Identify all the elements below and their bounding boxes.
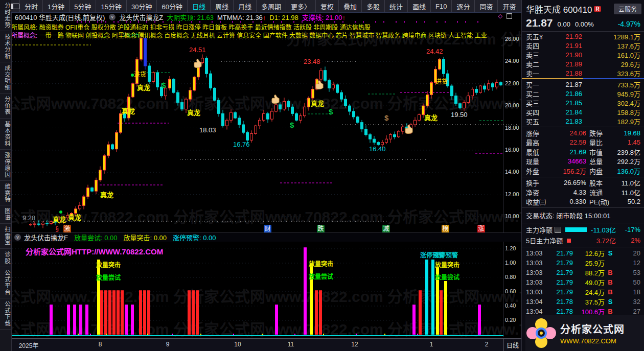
order-book: 卖五¥21.921289.1万卖四21.91137.6万卖三21.90161.0… <box>522 32 644 126</box>
ask-price: 21.90 <box>550 51 582 59</box>
sidebar-item-5[interactable]: 涨停原因 <box>0 150 11 181</box>
sidebar-item-8[interactable]: 扫雷宝 <box>0 224 11 249</box>
ask-row[interactable]: 卖二21.8929.6万 <box>522 59 644 68</box>
maximize-icon[interactable] <box>507 13 512 19</box>
subchart-header[interactable]: v 龙头伏击擒龙F 放量尝试: 0.00放量突击: 0.00涨停预警: 0.00 <box>11 232 521 242</box>
ask-price: 21.89 <box>550 60 582 68</box>
indicator-values: 大阴实顶: 21.63MTMMA: 21.36↑D1: 21.98支撑线: 21… <box>163 12 346 22</box>
ask-row[interactable]: 卖一21.88323.6万 <box>522 68 644 78</box>
stat-label: 换手 <box>526 178 553 188</box>
bid-row[interactable]: 买五21.83182.9万 <box>522 116 644 126</box>
toolbar-item-11[interactable]: 复权 <box>316 0 339 12</box>
toolbar-item-10[interactable]: 更多〉 <box>286 0 316 12</box>
bid-row[interactable]: 买二21.86945.9万 <box>522 89 644 98</box>
tick-row[interactable]: 13:0321.7924.4万B18 <box>522 287 644 297</box>
cyan-bar-swatch <box>565 227 587 232</box>
info-field-2: D1: 21.98 <box>269 14 298 21</box>
toolbar-item-16[interactable]: F10 <box>431 0 452 12</box>
five-day-net-row[interactable]: 5日主力净额 3.72亿 2% <box>522 235 644 246</box>
subchart-values: 放量尝试: 0.00放量突击: 0.00涨停预警: 0.00 <box>68 232 216 242</box>
toolbar-item-18[interactable]: 同资 <box>475 0 498 12</box>
sidebar-item-7[interactable]: 图谱 <box>0 205 11 224</box>
toolbar-item-3[interactable]: 15分钟 <box>96 0 126 12</box>
toolbar-item-17[interactable]: 逐分 <box>452 0 475 12</box>
toolbar-item-9[interactable]: 多周期 <box>257 0 286 12</box>
ask-label: 卖五¥ <box>526 32 550 41</box>
left-sidebar: 分时走势技术分析成交明细分价表基本资料涨停原因维赛特图谱扫雷宝诊股公式平台公式下… <box>0 0 12 351</box>
diamond-icon[interactable]: ◇ <box>498 13 502 19</box>
sidebar-item-2[interactable]: 成交明细 <box>0 62 11 93</box>
ask-row[interactable]: 卖四21.91137.6万 <box>522 41 644 50</box>
toolbar-item-8[interactable]: 月线 <box>234 0 257 12</box>
subchart-field-1: 放量突击: 0.00 <box>123 234 167 242</box>
cloud-service-button[interactable]: 云服务 <box>614 4 641 14</box>
toolbar-item-14[interactable]: 统计 <box>385 0 408 12</box>
window-layout-icon[interactable] <box>11 0 20 12</box>
stats-row: 最高22.59量比1.45 <box>522 138 644 148</box>
ask-price: 21.92 <box>550 33 582 40</box>
toolbar-item-0[interactable]: 分时 <box>20 0 43 12</box>
tick-row[interactable]: 13:0321.7925.9万12 <box>522 258 644 268</box>
tick-count: 12 <box>616 259 640 267</box>
chevron-down-icon[interactable]: v <box>109 14 116 20</box>
stats-row: 最低21.69市值239.8亿 <box>522 147 644 157</box>
toolbar-item-4[interactable]: 30分钟 <box>127 0 157 12</box>
toolbar-item-6[interactable]: 日线 <box>188 0 211 12</box>
stat-value: 34663 <box>553 157 586 165</box>
ask-row[interactable]: 卖三21.90161.0万 <box>522 50 644 59</box>
stat-label: 股本 <box>589 178 616 188</box>
bid-label: 买四 <box>526 107 550 117</box>
tick-row[interactable]: 13:0321.7912.6万S20 <box>522 248 644 258</box>
tick-count: 50 <box>616 278 640 286</box>
sidebar-item-11[interactable]: 公式下载 <box>0 298 11 330</box>
bid-row[interactable]: 买三21.85302.4万 <box>522 98 644 107</box>
main-net-row[interactable]: 主力净额 -11.03亿 -17% <box>522 224 644 235</box>
date-axis[interactable]: 日线 2025年8910111212 <box>11 338 521 351</box>
stat-value: 1.45 <box>616 138 640 146</box>
concept-tags: 一带一路 物联网 创投概念 阿里概念 腾讯概念 百度概念 无线耳机 云计算 信息… <box>39 32 487 38</box>
stat-label: 收益㈢ <box>526 197 553 206</box>
toolbar-item-5[interactable]: 60分钟 <box>157 0 187 12</box>
bid-row[interactable]: 买一21.87733.5万 <box>522 80 644 89</box>
tick-price: 21.79 <box>547 259 573 267</box>
tick-row[interactable]: 13:0421.7837.5万S32 <box>522 297 644 307</box>
sidebar-item-4[interactable]: 基本资料 <box>0 119 11 150</box>
stat-value: 21.69 <box>553 148 586 156</box>
toolbar-item-7[interactable]: 周线 <box>211 0 234 12</box>
stat-label: 现量 <box>526 156 553 166</box>
sidebar-item-9[interactable]: 诊股 <box>0 249 11 267</box>
tick-row[interactable]: 13:0321.7988.2万B53 <box>522 268 644 277</box>
stats-row: 现量34663总量292.2万 <box>522 157 644 167</box>
up-arrow-icon: ↑ <box>342 14 346 21</box>
tick-time: 13:03 <box>526 288 547 296</box>
tick-side: S <box>605 298 616 306</box>
last-price: 21.87 <box>526 17 553 29</box>
tick-side: B <box>605 278 616 286</box>
sidebar-item-6[interactable]: 维赛特 <box>0 181 11 206</box>
stat-value: 292.2万 <box>616 156 640 166</box>
ask-price: 21.88 <box>550 69 582 77</box>
sidebar-item-0[interactable]: 分时走势 <box>0 0 11 31</box>
sidebar-item-10[interactable]: 公式平台 <box>0 267 11 298</box>
index-change-pct: -4.97% <box>618 20 640 28</box>
toolbar-item-19[interactable]: 开资 <box>498 0 521 12</box>
collapse-icon[interactable]: v <box>14 234 21 241</box>
toolbar-item-2[interactable]: 5分钟 <box>70 0 96 12</box>
ask-price: 21.91 <box>550 42 582 50</box>
toolbar-item-1[interactable]: 1分钟 <box>43 0 70 12</box>
logo-url: WWW.70822.COM <box>560 337 625 345</box>
tick-row[interactable]: 13:0321.7949.0万B50 <box>522 277 644 287</box>
sidebar-item-3[interactable]: 分价表 <box>0 93 11 119</box>
ask-volume: 161.0万 <box>582 50 640 60</box>
bid-volume: 945.9万 <box>582 89 640 99</box>
toolbar-item-13[interactable]: 多股 <box>362 0 385 12</box>
toolbar-item-12[interactable]: 叠加 <box>339 0 362 12</box>
bid-row[interactable]: 买四21.84158.8万 <box>522 107 644 116</box>
rong-badge: R <box>594 6 601 12</box>
ask-row[interactable]: 卖五¥21.921289.1万 <box>522 32 644 41</box>
stat-label: 最高 <box>526 137 553 147</box>
quote-panel: 华胜天成 600410 R 云服务 21.87 0.00 0.00% -4.97… <box>521 0 644 351</box>
pinwheel-flower-icon <box>525 317 557 349</box>
sidebar-item-1[interactable]: 技术分析 <box>0 31 11 62</box>
toolbar-item-15[interactable]: 画线 <box>408 0 431 12</box>
